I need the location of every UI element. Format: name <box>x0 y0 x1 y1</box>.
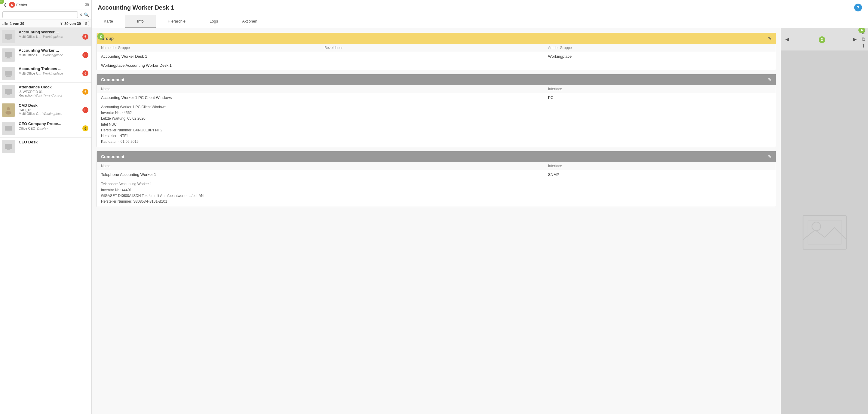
item-body: CEO Desk <box>17 138 85 156</box>
tab-karte[interactable]: Karte <box>92 15 125 28</box>
comp2-col-name: Name <box>101 164 548 168</box>
item-error-badge: 6 <box>82 52 88 58</box>
list-item[interactable]: CEO Desk <box>0 138 91 156</box>
group-table-row-2: Workingplace Accounting Worker Desk 1 <box>97 61 776 70</box>
item-title: Accounting Worker ... <box>19 48 78 53</box>
list-item[interactable]: Accounting Trainees ... Multi Office U..… <box>0 64 91 83</box>
tab-aktionen[interactable]: Aktionen <box>230 15 269 28</box>
svg-rect-15 <box>5 144 12 149</box>
component2-section: Component ✎ Name Interface Telephone Acc… <box>96 151 776 207</box>
item-thumbnail <box>2 122 15 135</box>
image-expand-button[interactable]: ⧉ <box>861 36 866 42</box>
svg-rect-6 <box>5 71 12 76</box>
tab-logs[interactable]: Logs <box>197 15 230 28</box>
annotation-3: 3 <box>819 36 825 43</box>
error-count-badge: 6 <box>9 2 15 8</box>
component1-table-header: Name Interface <box>97 85 776 93</box>
item-title: CEO Desk <box>19 140 84 144</box>
svg-point-11 <box>7 107 10 110</box>
item-badge-wrap: 6 <box>80 101 91 119</box>
item-body: Accounting Worker ... Multi Office U... … <box>17 46 80 64</box>
svg-rect-5 <box>6 58 11 59</box>
group-table-header: Name der Gruppe Bezeichner Art der Grupp… <box>97 44 776 52</box>
item-thumbnail-wrap <box>0 28 17 46</box>
group-edit-icon[interactable]: ✎ <box>768 36 772 41</box>
filter-all-label: alle <box>2 22 8 26</box>
col-art-der-gruppe: Art der Gruppe <box>548 46 772 50</box>
item-thumbnail <box>2 67 15 80</box>
list-item[interactable]: Accounting Worker ... Multi Office U... … <box>0 28 91 46</box>
item-subtitle: iS-WTCRFID-01 Reception Work Time Contro… <box>19 90 78 97</box>
sort-button[interactable]: ⇵ <box>83 21 89 26</box>
svg-rect-2 <box>6 40 11 40</box>
thumbnail-icon <box>4 32 13 41</box>
item-title: Attendance Clock <box>19 85 78 89</box>
item-thumbnail <box>2 30 15 43</box>
list-item[interactable]: CAD Desk CAD_13 Multi Office G... Workin… <box>0 101 91 119</box>
comp1-details: Accounting Worker 1 PC Client Windows In… <box>101 104 548 145</box>
list-item[interactable]: Attendance Clock iS-WTCRFID-01 Reception… <box>0 83 91 101</box>
col-name-der-gruppe: Name der Gruppe <box>101 46 324 50</box>
item-thumbnail-wrap <box>0 46 17 64</box>
item-body: CEO Company Proce... Office CEO Display <box>17 119 80 137</box>
item-title: CEO Company Proce... <box>19 122 78 126</box>
svg-rect-16 <box>7 149 10 150</box>
item-badge-wrap: 6 <box>80 119 91 137</box>
item-error-badge: 6 <box>82 34 88 40</box>
item-thumbnail-wrap <box>0 119 17 137</box>
col-bezeichner: Bezeichner <box>324 46 548 50</box>
content-area: 2 Group ✎ Name der Gruppe Bezeichner Art… <box>92 28 868 414</box>
tab-info[interactable]: Info <box>125 15 156 28</box>
thumbnail-icon <box>4 51 13 60</box>
group-name-value: Accounting Worker Desk 1 <box>101 54 324 59</box>
component2-details-row: Telephone Accounting Worker 1 Inventar N… <box>97 179 776 207</box>
item-thumbnail-wrap <box>0 83 17 101</box>
tab-bar: Karte Info Hierarchie Logs Aktionen <box>92 15 868 28</box>
component2-edit-icon[interactable]: ✎ <box>768 154 772 159</box>
component2-row-1: Telephone Accounting Worker 1 SNMP <box>97 170 776 179</box>
search-input[interactable] <box>2 11 78 18</box>
page-title: Accounting Worker Desk 1 <box>98 4 174 11</box>
sidebar-filter-bar: alle 1 von 39 1 ▼ 39 von 39 ⇵ <box>0 20 91 28</box>
item-error-badge: 6 <box>82 89 88 95</box>
component1-section-header: Component ✎ <box>97 74 776 85</box>
svg-rect-3 <box>5 52 12 57</box>
help-button[interactable]: ? <box>854 4 862 11</box>
svg-rect-7 <box>7 76 10 76</box>
component2-table-header: Name Interface <box>97 162 776 170</box>
item-badge-wrap: 6 <box>80 28 91 46</box>
svg-rect-4 <box>7 57 10 58</box>
search-submit-button[interactable]: 🔍 <box>84 12 89 17</box>
item-thumbnail <box>2 140 15 153</box>
pagination-label: 1 von 39 <box>10 22 24 26</box>
svg-rect-13 <box>5 126 12 131</box>
component1-edit-icon[interactable]: ✎ <box>768 77 772 82</box>
sidebar: ❮ 6 Fehler 39 ✕ 🔍 alle 1 von 39 1 ▼ 39 v… <box>0 0 92 414</box>
component1-header-label: Component <box>101 77 124 82</box>
person-icon <box>4 105 13 115</box>
item-error-badge: 6 <box>82 125 88 131</box>
item-thumbnail <box>2 49 15 62</box>
item-body: Accounting Worker ... Multi Office U... … <box>17 28 80 46</box>
list-item[interactable]: Accounting Worker ... Multi Office U... … <box>0 46 91 64</box>
item-body: Attendance Clock iS-WTCRFID-01 Reception… <box>17 83 80 101</box>
tab-hierarchie[interactable]: Hierarchie <box>156 15 197 28</box>
main-content: Accounting Worker Desk 1 ? Karte Info Hi… <box>92 0 868 414</box>
thumbnail-icon <box>4 87 13 96</box>
image-next-button[interactable]: ▶ <box>851 36 858 43</box>
group-art-value: Workingplace <box>548 54 772 59</box>
svg-rect-1 <box>7 39 10 40</box>
content-main: 2 Group ✎ Name der Gruppe Bezeichner Art… <box>92 28 781 414</box>
list-item[interactable]: CEO Company Proce... Office CEO Display … <box>0 119 91 138</box>
item-title: CAD Desk <box>19 103 78 108</box>
item-thumbnail-wrap <box>0 101 17 119</box>
image-upload-button[interactable]: ⬆ <box>861 43 866 49</box>
sidebar-header: ❮ 6 Fehler 39 <box>0 0 91 10</box>
svg-rect-8 <box>6 76 11 77</box>
image-prev-button[interactable]: ◀ <box>783 36 791 43</box>
comp2-col-interface: Interface <box>548 164 772 168</box>
search-clear-button[interactable]: ✕ <box>79 12 83 17</box>
component2-section-header: Component ✎ <box>97 151 776 162</box>
item-thumbnail-wrap <box>0 138 17 156</box>
item-thumbnail <box>2 85 15 98</box>
